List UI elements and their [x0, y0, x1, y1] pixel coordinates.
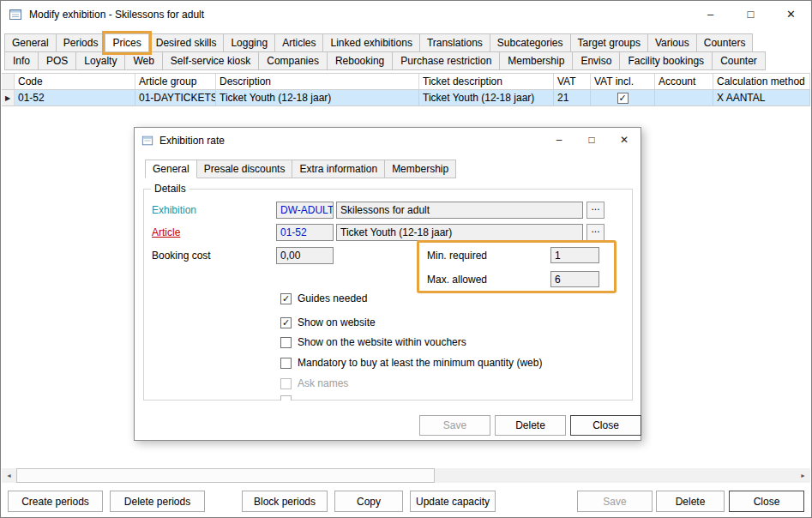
footer-close-button[interactable]: Close [729, 491, 804, 512]
min-required-label: Min. required [427, 250, 487, 262]
dialog-delete-button[interactable]: Delete [495, 415, 566, 436]
column-header-article-group[interactable]: Article group [135, 74, 216, 89]
tab-info[interactable]: Info [4, 51, 39, 70]
footer-block-periods-button[interactable]: Block periods [242, 491, 328, 512]
footer-delete-periods-button[interactable]: Delete periods [110, 491, 205, 512]
cell-article-group[interactable]: 01-DAYTICKETS [135, 90, 216, 105]
footer-create-periods-button[interactable]: Create periods [8, 491, 103, 512]
close-icon[interactable]: ✕ [771, 1, 811, 27]
dialog-close-button[interactable]: Close [570, 415, 641, 436]
tab-subcategories[interactable]: Subcategories [490, 33, 571, 52]
cell-code[interactable]: 01-52 [15, 90, 135, 105]
checkbox-label: Show on website [298, 316, 376, 328]
maximize-icon[interactable]: □ [731, 1, 771, 27]
column-header-ticket-description[interactable]: Ticket description [419, 74, 554, 89]
grid-row[interactable]: ▶ 01-5201-DAYTICKETSTicket Youth (12-18 … [2, 90, 810, 106]
dialog-controls: – □ ✕ [543, 128, 641, 152]
article-label[interactable]: Article [152, 226, 180, 238]
dialog-tab-extra-information[interactable]: Extra information [292, 160, 385, 178]
booking-cost-label: Booking cost [152, 250, 211, 262]
cell-calculation-method[interactable]: X AANTAL [713, 90, 810, 105]
main-titlebar[interactable]: Modify exhibition - Skilessons for adult… [1, 1, 811, 28]
vat-incl-checkbox[interactable]: ✓ [617, 93, 629, 104]
tab-linked-exhibitions[interactable]: Linked exhibitions [322, 33, 419, 52]
column-header-account[interactable]: Account [655, 74, 713, 89]
dialog-tab-general[interactable]: General [145, 160, 197, 178]
dialog-save-button[interactable]: Save [419, 415, 490, 436]
footer-update-capacity-button[interactable]: Update capacity [410, 491, 496, 512]
tab-periods[interactable]: Periods [56, 33, 106, 52]
scroll-left-icon[interactable]: ◄ [2, 468, 16, 483]
exhibition-browse-button[interactable]: ... [586, 202, 604, 219]
tab-articles[interactable]: Articles [274, 33, 323, 52]
dialog-tab-presale-discounts[interactable]: Presale discounts [196, 160, 293, 178]
checkbox-box: ✓ [280, 293, 292, 304]
row-selector-icon[interactable]: ▶ [2, 90, 15, 105]
tab-membership[interactable]: Membership [499, 51, 573, 70]
cell-account[interactable] [655, 90, 713, 105]
article-code-field[interactable]: 01-52 [276, 224, 334, 241]
scroll-right-icon[interactable]: ► [796, 468, 810, 483]
exhibition-code-field[interactable]: DW-ADULT [276, 202, 334, 219]
checkbox-label: Show on the website within vouchers [298, 336, 466, 348]
tab-prices[interactable]: Prices [105, 33, 148, 52]
tab-loyalty[interactable]: Loyalty [75, 51, 125, 70]
checkbox-box [280, 337, 292, 348]
tab-self-service-kiosk[interactable]: Self-service kiosk [162, 51, 259, 70]
min-required-field[interactable]: 1 [550, 247, 599, 263]
tab-enviso[interactable]: Enviso [572, 51, 620, 70]
minimize-icon[interactable]: – [690, 1, 731, 27]
scrollbar-thumb[interactable] [16, 468, 435, 483]
tab-logging[interactable]: Logging [223, 33, 275, 52]
column-header-code[interactable]: Code [15, 74, 135, 89]
article-name-field[interactable]: Ticket Youth (12-18 jaar) [336, 224, 583, 241]
tab-general[interactable]: General [4, 33, 57, 52]
prices-grid: CodeArticle groupDescriptionTicket descr… [2, 73, 810, 106]
checkbox-show-on-website[interactable]: ✓Show on website [280, 316, 376, 328]
booking-cost-field[interactable]: 0,00 [276, 247, 334, 264]
dialog-icon [141, 135, 153, 147]
cell-vat-incl[interactable]: ✓ [591, 90, 655, 105]
tab-desired-skills[interactable]: Desired skills [148, 33, 225, 52]
column-header-calculation-method[interactable]: Calculation method [713, 74, 810, 89]
tab-row-primary: GeneralPeriodsPricesDesired skillsLoggin… [1, 33, 811, 52]
tab-facility-bookings[interactable]: Facility bookings [619, 51, 713, 70]
tab-counter[interactable]: Counter [712, 51, 766, 70]
dialog-maximize-icon[interactable]: □ [575, 128, 608, 152]
max-allowed-field[interactable]: 6 [550, 271, 599, 287]
tab-target-groups[interactable]: Target groups [570, 33, 648, 52]
app-icon [9, 8, 22, 21]
footer-delete-button[interactable]: Delete [656, 491, 725, 512]
tab-companies[interactable]: Companies [258, 51, 328, 70]
cell-ticket-description[interactable]: Ticket Youth (12-18 jaar) [419, 90, 554, 105]
exhibition-rate-dialog: Exhibition rate – □ ✕ GeneralPresale dis… [134, 127, 641, 441]
tab-rebooking[interactable]: Rebooking [327, 51, 393, 70]
column-header-description[interactable]: Description [216, 74, 419, 89]
tab-pos[interactable]: POS [38, 51, 76, 70]
exhibition-label: Exhibition [152, 204, 196, 216]
window-title: Modify exhibition - Skilessons for adult [29, 9, 204, 21]
max-allowed-label: Max. allowed [427, 274, 487, 286]
footer-copy-button[interactable]: Copy [334, 491, 403, 512]
row-selector-header [2, 74, 15, 89]
cell-description[interactable]: Ticket Youth (12-18 jaar) [216, 90, 419, 105]
tab-web[interactable]: Web [124, 51, 162, 70]
footer-save-button[interactable]: Save [577, 491, 653, 512]
article-browse-button[interactable]: ... [586, 224, 604, 241]
checkbox-mandatory-to-buy-at-least-the-minimum-quantity-web[interactable]: Mandatory to buy at least the minimum qu… [280, 357, 542, 369]
dialog-close-icon[interactable]: ✕ [608, 128, 641, 152]
checkbox-guides-needed[interactable]: ✓Guides needed [280, 292, 367, 304]
dialog-tab-membership[interactable]: Membership [384, 160, 456, 178]
cell-vat[interactable]: 21 [554, 90, 591, 105]
tab-various[interactable]: Various [647, 33, 697, 52]
column-header-vat-incl[interactable]: VAT incl. [591, 74, 655, 89]
column-header-vat[interactable]: VAT [554, 74, 591, 89]
tab-translations[interactable]: Translations [419, 33, 490, 52]
exhibition-name-field[interactable]: Skilessons for adult [336, 202, 583, 219]
horizontal-scrollbar[interactable]: ◄ ► [2, 468, 810, 483]
dialog-minimize-icon[interactable]: – [543, 128, 575, 152]
checkbox-show-on-the-website-within-vouchers[interactable]: Show on the website within vouchers [280, 336, 466, 348]
dialog-titlebar[interactable]: Exhibition rate – □ ✕ [135, 128, 641, 153]
tab-purchase-restriction[interactable]: Purchase restriction [392, 51, 500, 70]
tab-counters[interactable]: Counters [696, 33, 754, 52]
